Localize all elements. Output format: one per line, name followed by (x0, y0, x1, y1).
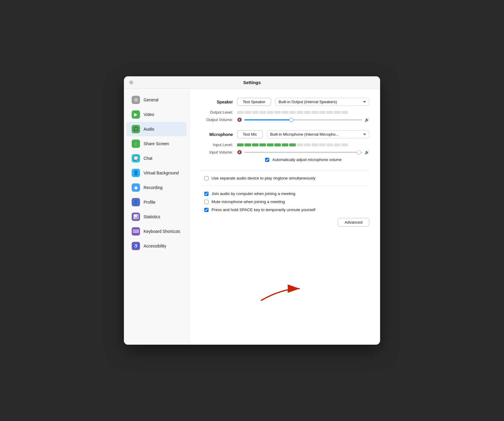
auto-adjust-checkbox[interactable] (265, 158, 269, 162)
sidebar-label-general: General (144, 97, 158, 102)
space-key-label: Press and hold SPACE key to temporarily … (211, 208, 315, 212)
titlebar: Settings (124, 76, 380, 89)
level-bar-8 (289, 111, 296, 114)
sidebar-label-profile: Profile (144, 200, 155, 205)
statistics-icon: 📊 (132, 213, 140, 221)
level-bar-13 (326, 111, 333, 114)
sidebar-label-chat: Chat (144, 156, 153, 161)
sidebar-item-keyboard-shortcuts[interactable]: ⌨Keyboard Shortcuts (126, 224, 187, 239)
join-audio-label: Join audio by computer when joining a me… (211, 191, 295, 196)
speaker-label: Speaker (200, 100, 233, 104)
video-icon: ▶ (132, 110, 140, 119)
speaker-row: Speaker Test Speaker Built-in Output (In… (200, 98, 369, 106)
ringtone-checkbox[interactable] (204, 176, 209, 180)
sidebar-label-video: Video (144, 112, 154, 117)
level-bar-5 (267, 111, 273, 114)
input-bar-15 (341, 143, 348, 146)
mute-mic-checkbox[interactable] (204, 200, 209, 204)
level-bar-9 (297, 111, 303, 114)
output-volume-label: Output Volume: (200, 117, 233, 122)
test-speaker-button[interactable]: Test Speaker (237, 98, 271, 106)
sidebar: ⚙General▶Video🎧Audio↑Share Screen💬Chat👤V… (124, 89, 189, 345)
speaker-max-icon: 🔊 (365, 117, 369, 122)
input-bar-3 (252, 143, 259, 146)
output-volume-thumb[interactable] (289, 118, 293, 122)
input-bar-14 (334, 143, 340, 146)
input-volume-slider[interactable] (244, 152, 362, 153)
main-wrapper: Speaker Test Speaker Built-in Output (In… (189, 89, 380, 345)
input-bar-12 (319, 143, 326, 146)
ringtone-label: Use separate audio device to play ringto… (211, 176, 315, 180)
sidebar-item-statistics[interactable]: 📊Statistics (126, 210, 187, 224)
input-bar-8 (289, 143, 296, 146)
test-mic-button[interactable]: Test Mic (237, 130, 263, 138)
sidebar-label-virtual-background: Virtual Background (144, 171, 179, 175)
sidebar-item-profile[interactable]: 👤Profile (126, 195, 187, 209)
output-volume-controls: 🔇 🔊 (237, 117, 369, 122)
audio-icon: 🎧 (132, 125, 140, 133)
mic-max-icon: 🔊 (365, 150, 369, 154)
join-audio-checkbox[interactable] (204, 192, 209, 196)
accessibility-icon: ♿ (132, 242, 140, 250)
speaker-min-icon: 🔇 (237, 117, 242, 122)
profile-icon: 👤 (132, 198, 140, 206)
level-bar-7 (282, 111, 288, 114)
input-level-row: Input Level: (200, 143, 369, 147)
sidebar-label-recording: Recording (144, 185, 163, 190)
sidebar-label-accessibility: Accessibility (144, 244, 166, 248)
sidebar-item-video[interactable]: ▶Video (126, 107, 187, 122)
output-level-bars (237, 111, 369, 114)
recording-icon: ⏺ (132, 183, 140, 192)
sidebar-item-share-screen[interactable]: ↑Share Screen (126, 137, 187, 151)
level-bar-2 (245, 111, 251, 114)
traffic-light-close[interactable] (129, 81, 133, 84)
sidebar-item-recording[interactable]: ⏺Recording (126, 180, 187, 195)
ringtone-row: Use separate audio device to play ringto… (200, 176, 369, 180)
microphone-label: Microphone (200, 132, 233, 137)
level-bar-15 (341, 111, 348, 114)
input-level-bars (237, 143, 369, 146)
advanced-button[interactable]: Advanced (338, 218, 369, 227)
advanced-btn-row: Advanced (200, 218, 369, 227)
mute-mic-label: Mute microphone when joining a meeting (211, 199, 285, 204)
input-volume-label: Input Volume: (200, 150, 233, 154)
divider-1 (200, 170, 369, 171)
space-key-row: Press and hold SPACE key to temporarily … (200, 208, 369, 212)
sidebar-label-keyboard-shortcuts: Keyboard Shortcuts (144, 229, 180, 234)
microphone-row: Microphone Test Mic Built-in Microphone … (200, 130, 369, 138)
output-volume-slider[interactable] (244, 119, 362, 120)
input-bar-11 (312, 143, 318, 146)
level-bar-12 (319, 111, 326, 114)
space-key-checkbox[interactable] (204, 208, 209, 212)
keyboard-shortcuts-icon: ⌨ (132, 227, 140, 236)
sidebar-item-general[interactable]: ⚙General (126, 93, 187, 107)
input-bar-5 (267, 143, 273, 146)
share-screen-icon: ↑ (132, 140, 140, 148)
sidebar-item-audio[interactable]: 🎧Audio (126, 122, 187, 136)
content-area: ⚙General▶Video🎧Audio↑Share Screen💬Chat👤V… (124, 89, 380, 345)
auto-adjust-row: Automatically adjust microphone volume (200, 157, 369, 162)
main-content: Speaker Test Speaker Built-in Output (In… (189, 89, 380, 345)
microphone-device-select[interactable]: Built-in Microphone (Internal Micropho..… (267, 130, 369, 138)
input-bar-10 (304, 143, 311, 146)
sidebar-item-chat[interactable]: 💬Chat (126, 151, 187, 165)
input-volume-thumb[interactable] (357, 150, 361, 154)
input-bar-1 (237, 143, 244, 146)
speaker-device-select[interactable]: Built-in Output (Internal Speakers) (275, 98, 369, 106)
level-bar-4 (259, 111, 266, 114)
sidebar-item-accessibility[interactable]: ♿Accessibility (126, 239, 187, 253)
settings-window: Settings ⚙General▶Video🎧Audio↑Share Scre… (124, 76, 380, 345)
level-bar-3 (252, 111, 259, 114)
mic-min-icon: 🔇 (237, 150, 242, 154)
sidebar-item-virtual-background[interactable]: 👤Virtual Background (126, 166, 187, 180)
auto-adjust-label: Automatically adjust microphone volume (272, 157, 342, 162)
level-bar-1 (237, 111, 244, 114)
input-bar-7 (282, 143, 288, 146)
input-bar-9 (297, 143, 303, 146)
sidebar-label-audio: Audio (144, 127, 154, 131)
output-volume-row: Output Volume: 🔇 🔊 (200, 117, 369, 122)
sidebar-label-share-screen: Share Screen (144, 141, 169, 146)
output-level-row: Output Level: (200, 110, 369, 114)
microphone-section: Microphone Test Mic Built-in Microphone … (200, 130, 369, 162)
sidebar-label-statistics: Statistics (144, 214, 160, 219)
